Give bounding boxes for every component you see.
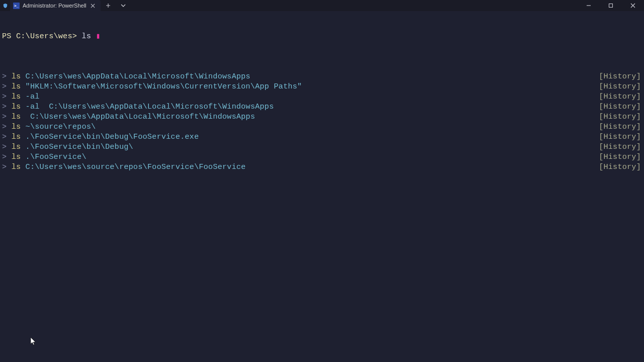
suggestion-command: ls [12,162,21,172]
history-suggestion[interactable]: > ls "HKLM:\Software\Microsoft\Windows\C… [2,81,644,92]
suggestion-argument: C:\Users\wes\AppData\Local\Microsoft\Win… [21,112,255,122]
tab-close-button[interactable] [90,2,97,9]
suggestion-argument: .\FooService\bin\Debug\ [21,142,133,152]
history-tag: [History] [599,81,644,92]
suggestion-argument: .\FooService\ [21,152,86,162]
suggestion-argument: -al [21,92,39,102]
history-suggestion[interactable]: > ls .\FooService\bin\Debug\[History] [2,142,644,152]
uac-shield-icon [0,3,10,9]
titlebar: >_ Administrator: PowerShell [0,0,644,11]
suggestion-argument: C:\Users\wes\source\repos\FooService\Foo… [21,162,246,172]
prompt-line: PS C:\Users\wes> ls ▮ [2,31,644,41]
history-tag: [History] [599,162,644,172]
history-tag: [History] [599,132,644,142]
typed-input: ls [82,31,91,41]
cursor: ▮ [96,31,100,41]
history-suggestion[interactable]: > ls .\FooService\bin\Debug\FooService.e… [2,132,644,142]
terminal-viewport[interactable]: PS C:\Users\wes> ls ▮ > ls C:\Users\wes\… [0,11,644,182]
suggestion-command: ls [12,102,21,112]
suggestion-argument: ~\source\repos\ [21,122,96,132]
powershell-icon: >_ [13,3,20,9]
chevron-right-icon: > [2,71,7,81]
suggestion-command: ls [12,92,21,102]
suggestion-command: ls [12,122,21,132]
chevron-right-icon: > [2,152,7,162]
history-tag: [History] [599,152,644,162]
mouse-pointer-icon [30,337,36,346]
close-window-button[interactable] [622,0,644,11]
chevron-right-icon: > [2,132,7,142]
suggestion-command: ls [12,71,21,81]
chevron-right-icon: > [2,142,7,152]
history-tag: [History] [599,102,644,112]
history-suggestion[interactable]: > ls C:\Users\wes\AppData\Local\Microsof… [2,112,644,122]
svg-rect-0 [609,4,613,8]
suggestion-command: ls [12,132,21,142]
history-suggestion[interactable]: > ls C:\Users\wes\AppData\Local\Microsof… [2,71,644,81]
tab-dropdown-button[interactable] [116,0,131,11]
history-suggestion[interactable]: > ls C:\Users\wes\source\repos\FooServic… [2,162,644,172]
history-suggestion[interactable]: > ls .\FooService\[History] [2,152,644,162]
suggestion-argument: "HKLM:\Software\Microsoft\Windows\Curren… [21,81,302,92]
chevron-right-icon: > [2,112,7,122]
history-tag: [History] [599,122,644,132]
history-tag: [History] [599,71,644,81]
tab-title: Administrator: PowerShell [23,3,87,9]
suggestion-argument: C:\Users\wes\AppData\Local\Microsoft\Win… [21,71,250,81]
maximize-button[interactable] [600,0,622,11]
history-suggestion[interactable]: > ls -al[History] [2,92,644,102]
suggestion-command: ls [12,142,21,152]
minimize-button[interactable] [578,0,600,11]
history-suggestion[interactable]: > ls ~\source\repos\[History] [2,122,644,132]
history-tag: [History] [599,142,644,152]
history-suggestion[interactable]: > ls -al C:\Users\wes\AppData\Local\Micr… [2,102,644,112]
chevron-right-icon: > [2,162,7,172]
suggestion-command: ls [12,152,21,162]
prompt-text: PS C:\Users\wes> [2,31,77,41]
suggestion-command: ls [12,112,21,122]
suggestion-command: ls [12,81,21,92]
history-tag: [History] [599,92,644,102]
suggestion-argument: .\FooService\bin\Debug\FooService.exe [21,132,199,142]
chevron-right-icon: > [2,92,7,102]
chevron-right-icon: > [2,122,7,132]
suggestion-argument: -al C:\Users\wes\AppData\Local\Microsoft… [21,102,274,112]
new-tab-button[interactable] [101,0,116,11]
history-tag: [History] [599,112,644,122]
tab-powershell[interactable]: >_ Administrator: PowerShell [10,0,101,11]
chevron-right-icon: > [2,102,7,112]
chevron-right-icon: > [2,81,7,92]
